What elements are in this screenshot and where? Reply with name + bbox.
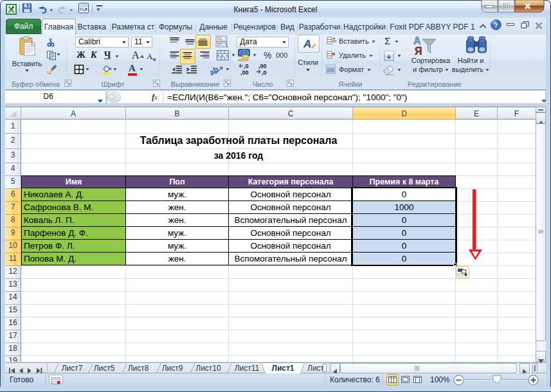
svg-text:А: А: [303, 38, 311, 50]
svg-text:Я: Я: [415, 46, 422, 55]
svg-text:a: a: [221, 53, 224, 58]
svg-text:?: ?: [494, 21, 498, 29]
svg-text:А: А: [413, 35, 421, 46]
svg-text:,0: ,0: [244, 63, 249, 69]
svg-text:,00: ,00: [240, 69, 249, 76]
svg-text:,00: ,00: [258, 63, 267, 69]
svg-text:,0: ,0: [262, 69, 267, 76]
